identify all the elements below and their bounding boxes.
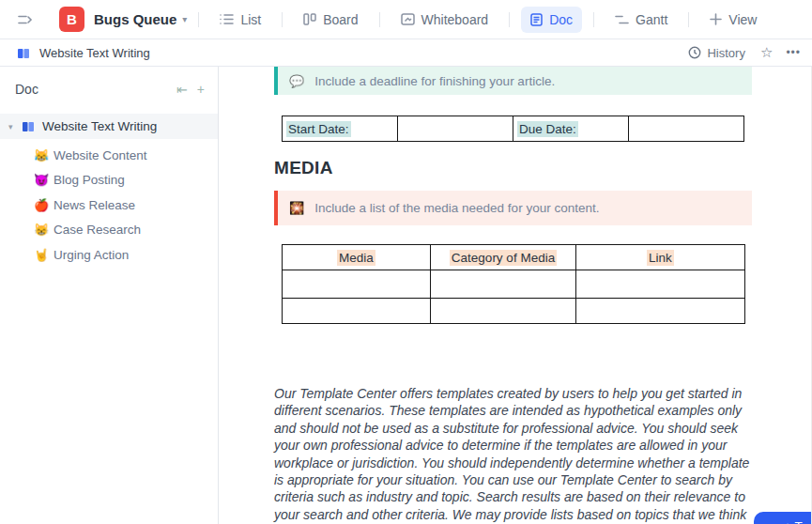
media-table: Media Category of Media Link — [282, 244, 745, 324]
deadline-callout[interactable]: 💬 Include a deadline for finishing your … — [274, 67, 752, 95]
doc-sidebar: Doc ⇤ + ▾ Website Text Writing 😹 Website… — [0, 67, 219, 524]
table-cell[interactable] — [576, 299, 745, 324]
media-callout[interactable]: 🎇 Include a list of the media needed for… — [274, 191, 752, 225]
table-cell[interactable] — [431, 299, 576, 324]
breadcrumb[interactable]: Website Text Writing — [39, 46, 150, 60]
divider — [509, 12, 510, 27]
divider — [198, 12, 199, 27]
table-cell[interactable] — [398, 116, 513, 142]
sidebar-item-case-research[interactable]: 😸 Case Research — [0, 218, 218, 243]
add-page-icon[interactable]: + — [197, 82, 205, 97]
history-button[interactable]: History — [688, 46, 744, 60]
sidebar-item-blog-posting[interactable]: 😈 Blog Posting — [0, 168, 218, 193]
gantt-icon — [615, 14, 629, 25]
page-emoji-icon: 😈 — [34, 173, 54, 187]
tab-whiteboard[interactable]: Whiteboard — [391, 7, 498, 33]
table-cell[interactable]: Start Date: — [283, 116, 398, 142]
table-cell[interactable] — [431, 270, 576, 299]
breadcrumb-bar: Website Text Writing History ☆ ••• — [0, 39, 812, 67]
expand-caret-icon[interactable]: ▾ — [8, 122, 22, 131]
table-header-row: Media Category of Media Link — [283, 245, 745, 270]
sidebar-item-website-content[interactable]: 😹 Website Content — [0, 143, 218, 168]
sidebar-item-news-release[interactable]: 🍎 News Release — [0, 193, 218, 218]
table-cell[interactable] — [283, 270, 431, 299]
template-disclaimer-text: Our Template Center offers templates cre… — [274, 385, 757, 524]
tab-doc[interactable]: Doc — [521, 7, 582, 33]
workspace-avatar[interactable]: B — [59, 7, 84, 32]
tab-board[interactable]: Board — [294, 7, 367, 33]
page-emoji-icon: 🍎 — [34, 198, 54, 212]
more-options-icon[interactable]: ••• — [786, 46, 801, 59]
sparkler-icon: 🎇 — [289, 201, 304, 215]
media-heading: MEDIA — [274, 158, 333, 178]
callout-accent-bar — [274, 67, 278, 95]
sidebar-item-website-text-writing[interactable]: ▾ Website Text Writing — [0, 114, 218, 139]
page-emoji-icon: 😹 — [34, 148, 54, 162]
sidebar-item-label: Website Text Writing — [42, 119, 157, 133]
doc-content: 💬 Include a deadline for finishing your … — [220, 67, 812, 524]
table-row — [283, 299, 745, 324]
favorite-star-icon[interactable]: ☆ — [760, 44, 773, 61]
divider — [282, 12, 283, 27]
history-clock-icon — [688, 46, 701, 59]
table-cell[interactable] — [576, 270, 745, 299]
board-icon — [303, 13, 316, 25]
collapse-sidebar-icon[interactable] — [16, 10, 35, 29]
table-header-cell[interactable]: Category of Media — [431, 245, 576, 270]
dates-table: Start Date: Due Date: — [282, 116, 744, 142]
table-header-cell[interactable]: Media — [283, 245, 431, 270]
tab-view[interactable]: View — [700, 7, 766, 33]
app-window: B Bugs Queue ▾ List Board Whiteboard — [0, 0, 812, 524]
tab-gantt[interactable]: Gantt — [605, 7, 677, 33]
table-cell[interactable]: Due Date: — [513, 116, 629, 142]
callout-accent-bar — [274, 191, 278, 225]
table-cell[interactable] — [629, 116, 744, 142]
list-icon — [220, 13, 234, 25]
speech-bubble-icon: 💬 — [289, 74, 304, 88]
sidebar-title: Doc — [15, 82, 176, 97]
page-doc-icon — [17, 47, 30, 59]
table-row: Start Date: Due Date: — [283, 116, 744, 142]
tab-list[interactable]: List — [210, 7, 270, 33]
whiteboard-icon — [401, 13, 415, 25]
divider — [379, 12, 380, 27]
sidebar-item-urging-action[interactable]: 🤘 Urging Action — [0, 242, 218, 268]
divider — [593, 12, 594, 27]
page-emoji-icon: 😸 — [34, 223, 54, 237]
table-row — [283, 270, 745, 299]
collapse-pages-icon[interactable]: ⇤ — [176, 82, 188, 97]
divider — [688, 12, 689, 27]
doc-icon — [530, 13, 543, 26]
table-header-cell[interactable]: Link — [576, 245, 745, 270]
top-bar: B Bugs Queue ▾ List Board Whiteboard — [0, 0, 812, 39]
workspace-name[interactable]: Bugs Queue — [94, 11, 176, 27]
page-emoji-icon: 🤘 — [34, 248, 54, 262]
workspace-caret-icon[interactable]: ▾ — [182, 14, 187, 24]
doc-pages-icon — [22, 120, 35, 132]
plus-icon — [710, 13, 722, 25]
sidebar-header: Doc ⇤ + — [0, 72, 218, 106]
table-cell[interactable] — [283, 299, 431, 324]
floating-action-button[interactable]: + Ta — [754, 512, 812, 524]
